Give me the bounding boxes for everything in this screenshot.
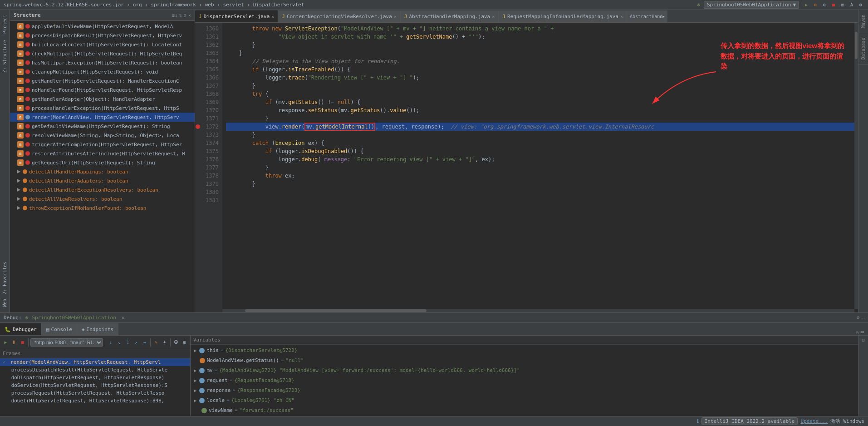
sort-icon[interactable]: ≡↓ xyxy=(172,13,177,18)
gear-icon[interactable]: ⚙ xyxy=(184,13,186,18)
struct-item-render[interactable]: m render(ModelAndView, HttpServletReques… xyxy=(10,113,195,122)
debug-settings-icon[interactable]: ⚙ xyxy=(857,315,860,321)
debug-close-icon[interactable]: ✕ xyxy=(122,315,125,321)
struct-item-gethandler[interactable]: m getHandler(HttpServletRequest): Handle… xyxy=(10,76,195,85)
struct-item-getdefaultview[interactable]: m getDefaultViewName(HttpServletRequest)… xyxy=(10,122,195,131)
struct-item-buildlocale[interactable]: m buildLocaleContext(HttpServletRequest)… xyxy=(10,40,195,49)
sidebar-tab-structure[interactable]: Z: Structure xyxy=(1,37,8,75)
debug-layout-icon[interactable]: ⊞ xyxy=(862,337,864,342)
layout-button[interactable]: ⊞ xyxy=(181,337,188,347)
frame-item-dodispatch[interactable]: doDispatch(HttpServletRequest, HttpServl… xyxy=(0,374,190,381)
editor-area: J DispatcherServlet.java ✕ J ContentNego… xyxy=(195,10,858,312)
frame-item-render[interactable]: ✓ render(ModelAndView, HttpServletReques… xyxy=(0,358,190,366)
frame-item-doget[interactable]: doGet(HttpServletRequest, HttpServletRes… xyxy=(0,397,190,405)
tab-dispatcherservlet[interactable]: J DispatcherServlet.java ✕ xyxy=(195,10,278,22)
expand-icon[interactable]: ▶ xyxy=(194,367,196,375)
code-editor[interactable]: 1360 1361 1362 1363 1364 1365 1366 1367 … xyxy=(195,23,858,312)
debug-minimize-icon[interactable]: — xyxy=(861,315,864,321)
stop-button[interactable]: ■ xyxy=(830,1,837,9)
struct-item-detectviewresolvers[interactable]: detectAllViewResolvers: boolean xyxy=(10,194,195,203)
var-item-viewname[interactable]: viewName = "forward:/success" xyxy=(191,406,858,416)
expand-icon[interactable]: ▶ xyxy=(194,396,196,405)
sidebar-tab-project[interactable]: Project xyxy=(1,12,8,36)
tab-close-icon[interactable]: ✕ xyxy=(620,14,623,19)
stop-button[interactable]: ■ xyxy=(19,337,26,347)
step-out-button[interactable]: ↗ xyxy=(132,337,140,347)
tab-close-icon[interactable]: ✕ xyxy=(394,14,397,19)
thread-selector[interactable]: *http-nio-8080..."main": RUNNING xyxy=(30,338,103,347)
run-to-cursor[interactable]: ⇥ xyxy=(141,337,148,347)
struct-item-scroll[interactable]: m applyDefaultViewName(HttpServletReques… xyxy=(10,22,195,31)
struct-item-checkmultipart[interactable]: m checkMultipart(HttpServletRequest): Ht… xyxy=(10,49,195,58)
structure-panel-header: Structure ≡↓ ⇅ ⚙ ✕ xyxy=(10,10,195,21)
struct-item-resolveview[interactable]: m resolveViewName(String, Map<String, Ob… xyxy=(10,131,195,140)
struct-item-detecthandleradapters[interactable]: detectAllHandlerAdapters: boolean xyxy=(10,176,195,185)
add-to-watches[interactable]: + xyxy=(161,337,168,347)
struct-item-cleanupmultipart[interactable]: m cleanupMultipart(HttpServletRequest): … xyxy=(10,67,195,76)
var-eq: = xyxy=(230,376,233,385)
var-item-response[interactable]: ▶ response = {ResponseFacade@5723} xyxy=(191,386,858,396)
evaluate-button[interactable]: ✎ xyxy=(152,337,160,347)
struct-item-detecthandlermappings[interactable]: detectAllHandlerMappings: boolean xyxy=(10,167,195,176)
sidebar-tab-favorites[interactable]: 2: Favorites xyxy=(1,260,8,296)
frame-item-doservice[interactable]: doService(HttpServletRequest, HttpServle… xyxy=(0,381,190,389)
step-over-button[interactable]: ↓ xyxy=(107,337,114,347)
struct-item-throwexception[interactable]: throwExceptionIfNoHandlerFound: boolean xyxy=(10,203,195,213)
code-content[interactable]: throw new ServletException("ModelAndView… xyxy=(222,23,858,312)
tab-console[interactable]: ▤ Console xyxy=(42,323,77,335)
pause-button[interactable]: ⏸ xyxy=(10,337,18,347)
struct-item-getrequesturi[interactable]: m getRequestUri(HttpServletRequest): Str… xyxy=(10,158,195,167)
struct-item-gethandleradapter[interactable]: m getHandlerAdapter(Object): HandlerAdap… xyxy=(10,94,195,104)
tab-contentnegotiating[interactable]: J ContentNegotiatingViewResolver.java ✕ xyxy=(278,10,400,22)
sort2-icon[interactable]: ⇅ xyxy=(179,13,182,18)
sidebar-tab-maven[interactable]: Maven xyxy=(860,12,867,31)
build-button[interactable]: ⊞ xyxy=(839,1,846,9)
struct-item-nohandlerfound[interactable]: m noHandlerFound(HttpServletRequest, Htt… xyxy=(10,85,195,94)
access-icon xyxy=(25,151,30,156)
code-line-1379: } xyxy=(226,163,854,172)
struct-item-hasmultipart[interactable]: m hasMultipartException(HttpServletReque… xyxy=(10,58,195,67)
struct-item-triggerafter[interactable]: m triggerAfterCompletion(HttpServletRequ… xyxy=(10,140,195,149)
force-step-into[interactable]: ⤵ xyxy=(124,337,132,347)
var-item-mvstatus[interactable]: ModelAndView.getStatus() = "null" xyxy=(191,356,858,366)
coverage-button[interactable]: ⚙ xyxy=(821,1,828,9)
var-item-mv[interactable]: ▶ mv = {ModelAndView@5721} "ModelAndView… xyxy=(191,366,858,376)
sidebar-tab-web[interactable]: Web xyxy=(1,297,8,309)
tab-settings-icon[interactable]: ⊞ xyxy=(856,330,858,335)
struct-text: triggerAfterCompletion(HttpServletReques… xyxy=(32,142,182,148)
struct-item-processhandler[interactable]: m processHandlerException(HttpServletReq… xyxy=(10,104,195,113)
expand-icon[interactable]: ▶ xyxy=(194,376,196,385)
tab-close-icon[interactable]: ✕ xyxy=(492,14,495,19)
tab-abstracthandlermapping[interactable]: J AbstractHandlerMapping.java ✕ xyxy=(401,10,499,22)
var-item-request[interactable]: ▶ request = {RequestFacade@5718} xyxy=(191,376,858,386)
tab-layout-icon[interactable]: ☰ xyxy=(860,330,864,335)
var-item-locale[interactable]: ▶ locale = {Locale@5761} "zh_CN" xyxy=(191,396,858,406)
tab-debugger[interactable]: 🐛 Debugger xyxy=(0,323,42,335)
frame-item-processrequest[interactable]: processRequest(HttpServletRequest, HttpS… xyxy=(0,389,190,397)
sidebar-tab-database[interactable]: Database xyxy=(860,35,867,62)
expand-icon[interactable]: ▶ xyxy=(194,386,196,395)
update-link[interactable]: Update... xyxy=(800,418,828,424)
tab-close-icon[interactable]: ✕ xyxy=(271,14,274,19)
debug-button[interactable]: ⚙ xyxy=(812,1,819,9)
close-icon[interactable]: ✕ xyxy=(188,13,191,18)
tab-endpoints[interactable]: ◈ Endpoints xyxy=(77,323,118,335)
struct-item-restoreattrib[interactable]: m restoreAttributesAfterInclude(HttpServ… xyxy=(10,149,195,158)
separator3 xyxy=(150,338,151,347)
var-item-this[interactable]: ▶ this = {DispatcherServlet@5722} xyxy=(191,346,858,356)
resume-button[interactable]: ▶ xyxy=(2,337,10,347)
tab-requestmapping[interactable]: J RequestMappingInfoHandlerMapping.java … xyxy=(499,10,627,22)
step-into-button[interactable]: ↘ xyxy=(115,337,123,347)
struct-item-detectexceptionresolvers[interactable]: detectAllHandlerExceptionResolvers: bool… xyxy=(10,185,195,194)
run-config[interactable]: Springboot05Web01Application ▼ xyxy=(704,1,799,9)
translate-button[interactable]: A xyxy=(848,1,855,9)
tab-more[interactable]: AbstractHand ▶ xyxy=(627,10,667,22)
horizontal-scrollbar[interactable] xyxy=(222,309,854,312)
expand-icon[interactable]: ▶ xyxy=(194,347,196,355)
settings-button[interactable]: ⚙ xyxy=(857,1,864,9)
frame-item-processdispatch[interactable]: processDispatchResult(HttpServletRequest… xyxy=(0,366,190,374)
mute-breakpoints[interactable]: ⦿ xyxy=(172,337,180,347)
struct-item-processdispatch[interactable]: m processDispatchResult(HttpServletReque… xyxy=(10,31,195,40)
run-button[interactable]: ▶ xyxy=(803,1,810,9)
vertical-scrollbar[interactable] xyxy=(854,23,858,309)
